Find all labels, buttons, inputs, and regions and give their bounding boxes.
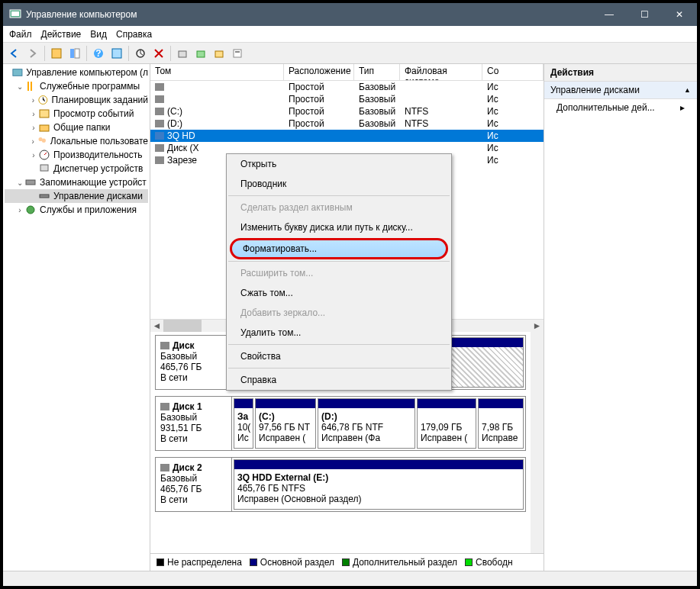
- svg-rect-25: [40, 195, 49, 198]
- svg-rect-9: [179, 51, 186, 57]
- disk-info: Диск 1 Базовый 931,51 ГБ В сети: [156, 397, 232, 450]
- volume-row[interactable]: ПростойБазовыйИс: [150, 93, 544, 105]
- svg-rect-11: [215, 51, 223, 57]
- svg-rect-2: [52, 49, 61, 58]
- tree-root[interactable]: Управление компьютером (л: [5, 66, 148, 79]
- ctx-change-letter[interactable]: Изменить букву диска или путь к диску...: [227, 217, 451, 237]
- action3-button[interactable]: [211, 45, 227, 62]
- disk-block-1: Диск 1 Базовый 931,51 ГБ В сети За10(Ис …: [155, 396, 526, 451]
- statusbar: [3, 571, 697, 586]
- volume-row[interactable]: (C:)ПростойБазовыйNTFSИс: [150, 105, 544, 117]
- partition[interactable]: 179,09 ГБИсправен (: [417, 398, 476, 449]
- svg-point-21: [42, 139, 46, 143]
- menu-action[interactable]: Действие: [41, 29, 82, 40]
- svg-rect-16: [31, 82, 32, 91]
- svg-rect-13: [235, 51, 240, 53]
- volume-row[interactable]: ПростойБазовыйИс: [150, 81, 544, 93]
- legend-extended: Дополнительный раздел: [353, 557, 457, 568]
- volume-row[interactable]: Диск (XИс: [150, 142, 544, 154]
- maximize-button[interactable]: ☐: [627, 3, 662, 26]
- ctx-extend: Расширить том...: [227, 263, 451, 283]
- partition[interactable]: (D:)646,78 ГБ NTFИсправен (Фа: [318, 398, 415, 449]
- titlebar: Управление компьютером — ☐ ✕: [3, 3, 697, 26]
- tree-event-viewer[interactable]: ›Просмотр событий: [5, 107, 148, 121]
- refresh-button[interactable]: [132, 45, 149, 62]
- tree-panel: Управление компьютером (л ⌄Служебные про…: [3, 64, 150, 571]
- disk-info: Диск 2 Базовый 465,76 ГБ В сети: [156, 458, 232, 511]
- ctx-shrink[interactable]: Сжать том...: [227, 283, 451, 303]
- svg-rect-23: [40, 165, 48, 171]
- forward-button[interactable]: [24, 45, 41, 62]
- svg-rect-3: [70, 49, 74, 58]
- col-type[interactable]: Тип: [354, 64, 400, 80]
- toolbar: ?: [3, 43, 697, 64]
- ctx-properties[interactable]: Свойства: [227, 346, 451, 366]
- svg-rect-10: [197, 51, 205, 57]
- tree-disk-mgmt[interactable]: Управление дисками: [5, 189, 148, 203]
- partition[interactable]: 7,98 ГБИсправе: [478, 398, 524, 449]
- tree-system-tools[interactable]: ⌄Служебные программы: [5, 79, 148, 93]
- col-fs[interactable]: Файловая система: [400, 64, 482, 80]
- legend-primary: Основной раздел: [260, 557, 334, 568]
- ctx-delete[interactable]: Удалить том...: [227, 323, 451, 343]
- actions-more[interactable]: Дополнительные дей...▸: [544, 99, 697, 116]
- show-hide-tree-button[interactable]: [48, 45, 65, 62]
- ctx-make-active: Сделать раздел активным: [227, 198, 451, 217]
- svg-rect-15: [27, 82, 29, 91]
- ctx-explorer[interactable]: Проводник: [227, 174, 451, 194]
- volume-row[interactable]: (D:)ПростойБазовыйNTFSИс: [150, 117, 544, 130]
- tree-local-users[interactable]: ›Локальные пользовате: [5, 134, 148, 148]
- action1-button[interactable]: [174, 45, 191, 62]
- legend-free: Свободн: [476, 557, 513, 568]
- actions-header: Действия: [544, 64, 697, 82]
- close-button[interactable]: ✕: [662, 3, 697, 26]
- delete-button[interactable]: [150, 45, 167, 62]
- svg-text:?: ?: [95, 48, 101, 59]
- ctx-open[interactable]: Открыть: [227, 154, 451, 174]
- tree-scheduler[interactable]: ›Планировщик заданий: [5, 93, 148, 107]
- ctx-add-mirror: Добавить зеркало...: [227, 303, 451, 323]
- menu-view[interactable]: Вид: [90, 29, 107, 40]
- svg-rect-19: [40, 125, 49, 131]
- help-button[interactable]: ?: [90, 45, 107, 62]
- action2-button[interactable]: [192, 45, 209, 62]
- svg-rect-12: [234, 50, 241, 57]
- svg-rect-4: [75, 49, 79, 58]
- vscroll[interactable]: [531, 332, 544, 553]
- volume-list-header: Том Расположение Тип Файловая система Со: [150, 64, 544, 81]
- minimize-button[interactable]: —: [592, 3, 627, 26]
- actions-panel: Действия Управление дисками▲ Дополнитель…: [544, 64, 697, 571]
- ctx-format[interactable]: Форматировать...: [230, 238, 448, 259]
- svg-rect-7: [112, 49, 121, 58]
- context-menu: Открыть Проводник Сделать раздел активны…: [226, 153, 452, 391]
- tree-services[interactable]: ›Службы и приложения: [5, 203, 148, 217]
- tree-device-mgr[interactable]: Диспетчер устройств: [5, 162, 148, 175]
- tree-shared-folders[interactable]: ›Общие папки: [5, 121, 148, 134]
- col-layout[interactable]: Расположение: [284, 64, 354, 80]
- svg-point-26: [27, 206, 34, 214]
- menu-help[interactable]: Справка: [116, 29, 152, 40]
- volume-row-selected[interactable]: 3Q HDИс: [150, 130, 544, 142]
- col-status[interactable]: Со: [482, 64, 544, 80]
- view-button[interactable]: [108, 45, 125, 62]
- window-title: Управление компьютером: [26, 9, 592, 20]
- ctx-help[interactable]: Справка: [227, 370, 451, 390]
- menu-file[interactable]: Файл: [9, 29, 32, 40]
- partition[interactable]: 3Q HDD External (E:)465,76 ГБ NTFSИсправ…: [234, 459, 524, 510]
- menubar: Файл Действие Вид Справка: [3, 26, 697, 43]
- tree-performance[interactable]: ›Производительность: [5, 148, 148, 162]
- disk-info: Диск Базовый 465,76 ГБ В сети: [156, 336, 232, 389]
- tree-storage[interactable]: ⌄Запоминающие устройст: [5, 175, 148, 189]
- svg-rect-24: [26, 180, 35, 185]
- legend-unalloc: Не распределена: [167, 557, 242, 568]
- actions-diskmgmt[interactable]: Управление дисками▲: [544, 82, 697, 99]
- partition[interactable]: (C:)97,56 ГБ NTИсправен (: [255, 398, 316, 449]
- window-buttons: — ☐ ✕: [592, 3, 697, 26]
- col-tom[interactable]: Том: [150, 64, 284, 80]
- action4-button[interactable]: [229, 45, 246, 62]
- back-button[interactable]: [6, 45, 23, 62]
- chevron-right-icon: ▸: [680, 102, 685, 113]
- properties-button[interactable]: [66, 45, 83, 62]
- partition[interactable]: За10(Ис: [234, 398, 253, 449]
- svg-rect-18: [40, 110, 49, 117]
